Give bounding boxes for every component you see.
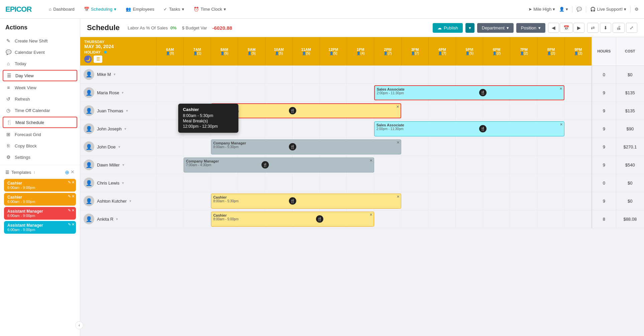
meal-break-icon[interactable]: 🍴 [316, 215, 323, 223]
employee-caret-icon[interactable]: ▾ [129, 199, 131, 203]
share-button[interactable]: ⇄ [587, 23, 599, 33]
publish-caret-button[interactable]: ▾ [465, 23, 474, 33]
avatar: 👤 [84, 87, 94, 98]
department-button[interactable]: Department ▾ [477, 23, 514, 33]
shift-close-icon[interactable]: ✕ [396, 105, 399, 109]
template-edit-icon-2[interactable]: ✎ [68, 194, 71, 199]
sidebar-item-meal-schedule[interactable]: 🍴 Meal Schedule [3, 117, 77, 128]
template-remove-icon-4[interactable]: ✕ [72, 222, 75, 227]
next-date-button[interactable]: ▶ [573, 23, 584, 33]
shift-block[interactable]: Cashier 8:00am - 5:30pm ✕ [211, 194, 401, 209]
meal-break-icon[interactable]: 🍴 [261, 161, 269, 169]
meal-break-icon[interactable]: 🍴 [289, 143, 296, 150]
sidebar-item-day-view[interactable]: ☰ Day View [3, 70, 77, 81]
template-remove-icon-3[interactable]: ✕ [72, 208, 75, 213]
nav-user[interactable]: 👤 ▾ [559, 7, 568, 12]
employee-caret-icon[interactable]: ▾ [118, 145, 120, 149]
employee-name: John Joseph [97, 126, 122, 131]
print-button[interactable]: 🖨 [613, 23, 625, 33]
publish-button[interactable]: ☁ Publish [433, 23, 463, 33]
cost-cell: $90 [616, 120, 644, 138]
templates-close-icon[interactable]: ✕ [71, 169, 75, 176]
sidebar-item-refresh[interactable]: ↺ Refresh [0, 93, 80, 105]
hours-cell: 9 [592, 138, 616, 156]
sidebar-item-create-shift[interactable]: ✎ Create New Shift [0, 35, 80, 46]
sidebar-item-week-view[interactable]: ≡ Week View [0, 82, 80, 93]
nav-dashboard[interactable]: ⌂ Dashboard [45, 5, 78, 14]
template-card-2[interactable]: ✎ ✕ Cashier 6:00am - 9:00pm [4, 193, 76, 206]
prev-date-button[interactable]: ◀ [548, 23, 559, 33]
night-mode-badge[interactable]: 🌙 [84, 55, 92, 63]
shift-close-icon[interactable]: ✕ [559, 87, 562, 91]
employee-caret-icon[interactable]: ▾ [114, 72, 116, 77]
expand-button[interactable]: ⤢ [626, 23, 637, 33]
employee-caret-icon[interactable]: ▾ [122, 181, 124, 185]
shift-block[interactable]: Sales Associate 2:00pm - 11:30pm ✕ [374, 121, 564, 136]
template-edit-icon-3[interactable]: ✎ [68, 208, 71, 213]
shift-close-icon[interactable]: ✕ [397, 140, 400, 145]
shift-close-icon[interactable]: ✕ [560, 122, 563, 127]
template-card-3[interactable]: ✎ ✕ Assistant Manager 6:00am - 9:00pm [4, 207, 76, 220]
nav-timeclock[interactable]: ⏰ Time Clock ▾ [190, 5, 230, 14]
shift-block[interactable]: Company Manager 8:00am - 5:30pm ✕ [211, 139, 401, 154]
sidebar-item-copy-block[interactable]: ⎘ Copy Block [0, 140, 80, 151]
hours-cell: 9 [592, 120, 616, 138]
nav-location[interactable]: ➤ Mile High ▾ [528, 7, 555, 12]
table-row: 👤 John Doe ▾ 🍴 Company Manager 8:00am - … [80, 138, 644, 156]
shift-close-icon[interactable]: ✕ [397, 195, 400, 199]
clock-icon: ⏰ [194, 7, 199, 12]
shift-block[interactable]: Cashier 8:00am - 5:00pm ✕ [211, 212, 374, 227]
shift-time: 2:00pm - 11:30pm [377, 91, 562, 95]
sidebar-item-today[interactable]: ⌂ Today [0, 58, 80, 69]
template-remove-icon-2[interactable]: ✕ [72, 194, 75, 199]
employee-cell: 👤 Mike M ▾ [80, 66, 156, 84]
template-edit-icon-4[interactable]: ✎ [68, 222, 71, 227]
sidebar-item-settings[interactable]: ⚙ Settings [0, 151, 80, 163]
nav-scheduling[interactable]: 📅 Scheduling ▾ [80, 5, 120, 14]
template-edit-icon[interactable]: ✎ [68, 180, 71, 185]
shift-close-icon[interactable]: ✕ [369, 213, 372, 217]
grid-container: THURSDAY MAY 30, 2024 HOLIDAY 🌙 ☰ [80, 37, 644, 336]
meal-break-icon[interactable]: 🍴 [479, 89, 487, 96]
meal-break-icon[interactable]: 🍴 [289, 107, 296, 114]
nav-support[interactable]: 🎧 Live Support! ▾ [590, 7, 626, 12]
employee-caret-icon[interactable]: ▾ [124, 127, 126, 131]
shift-block[interactable]: Company Manager 7:00am - 4:30pm ✕ [184, 157, 374, 173]
list-view-badge[interactable]: ☰ [94, 55, 102, 63]
meal-break-icon[interactable]: 🍴 [479, 125, 487, 132]
employee-caret-icon[interactable]: ▾ [122, 91, 124, 95]
template-remove-icon[interactable]: ✕ [72, 180, 75, 185]
templates-add-icon[interactable]: ⊕ [65, 169, 69, 176]
time-row-container: 🍴 Company Manager 7:00am - 4:30pm ✕ [156, 156, 592, 174]
download-button[interactable]: ⬇ [600, 23, 611, 33]
nav-messages[interactable]: 💬 [576, 7, 582, 12]
sidebar-item-time-off[interactable]: ◷ Time Off Calendar [0, 105, 80, 116]
tasks-caret-icon: ▾ [182, 7, 184, 12]
time-off-icon: ◷ [5, 108, 11, 113]
template-card-1[interactable]: ✎ ✕ Cashier 6:00am - 9:00pm [4, 179, 76, 192]
time-col-6pm: 6PM👤(2) [483, 37, 510, 66]
sidebar-item-forecast-grid[interactable]: ⊞ Forecast Grid [0, 129, 80, 140]
create-shift-icon: ✎ [5, 38, 11, 43]
nav-settings[interactable]: ⚙ [635, 7, 639, 12]
calendar-picker-button[interactable]: 📅 [560, 23, 573, 33]
day-view-icon: ☰ [6, 73, 12, 78]
employee-caret-icon[interactable]: ▾ [126, 109, 128, 113]
time-col-9pm: 9PM👤(2) [565, 37, 592, 66]
sidebar-item-calendar-event[interactable]: 💬 Calendar Event [0, 46, 80, 58]
template-card-4[interactable]: ✎ ✕ Assistant Manager 6:00am - 9:00pm [4, 221, 76, 234]
meal-break-icon[interactable]: 🍴 [289, 197, 296, 205]
shift-block[interactable]: Cashier 8:00am - 5:30pm ✕ [211, 103, 401, 118]
employee-caret-icon[interactable]: ▾ [116, 217, 118, 221]
nav-employees[interactable]: 👥 Employees [122, 5, 158, 14]
position-button[interactable]: Position ▾ [516, 23, 545, 33]
employee-caret-icon[interactable]: ▾ [122, 163, 124, 167]
shift-close-icon[interactable]: ✕ [369, 158, 372, 163]
shift-block[interactable]: Sales Associate 2:00pm - 11:30pm ✕ [374, 85, 564, 100]
sidebar-collapse-button[interactable]: ‹ [75, 321, 80, 329]
time-row-container: 🍴 Sales Associate 2:00pm - 11:30pm ✕ [156, 84, 592, 102]
cost-header: COST [616, 37, 644, 66]
avatar: 👤 [84, 178, 94, 188]
hours-cell: 8 [592, 210, 616, 228]
nav-tasks[interactable]: ✓ Tasks ▾ [159, 5, 188, 14]
